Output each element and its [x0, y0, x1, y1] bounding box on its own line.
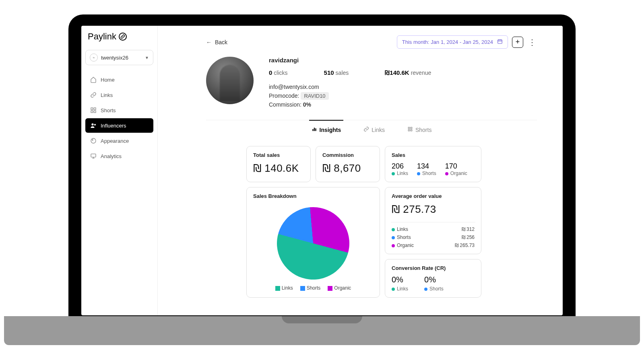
tab-label: Shorts — [415, 127, 431, 133]
brand-logo: Paylink — [85, 31, 153, 42]
dot-shorts-icon — [392, 236, 395, 239]
profile-stats: 0clicks 510sales ₪140.6Krevenue — [269, 69, 537, 76]
card-sales-split: Sales 206 Links 134 Shorts 170 Organic — [385, 146, 481, 182]
value: 206 — [392, 162, 408, 171]
square-shorts-icon — [300, 286, 305, 291]
aov-row-shorts: Shorts ₪ 256 — [392, 234, 475, 240]
legend-label: Shorts — [307, 285, 321, 291]
sales-label: sales — [336, 70, 349, 76]
laptop-notch — [282, 316, 362, 323]
chevron-down-icon: ▼ — [145, 56, 149, 60]
card-title: Sales Breakdown — [253, 193, 373, 199]
sidebar-item-links[interactable]: Links — [85, 88, 153, 102]
label: Organic — [450, 171, 467, 176]
label: Shorts — [429, 286, 444, 292]
legend-label: Organic — [334, 285, 351, 291]
value: ₪ 256 — [462, 234, 475, 240]
topbar-actions: This month: Jan 1, 2024 - Jan 25, 2024 +… — [397, 35, 537, 49]
sidebar-item-label: Analytics — [101, 153, 122, 159]
profile-info: ravidzangi 0clicks 510sales ₪140.6Kreven… — [269, 57, 537, 110]
value: ₪ 312 — [462, 226, 475, 232]
clicks-label: clicks — [274, 70, 287, 76]
sales-split: 206 Links 134 Shorts 170 Organic — [392, 162, 475, 176]
back-button[interactable]: ← Back — [206, 39, 227, 45]
svg-rect-2 — [91, 111, 93, 113]
sidebar-item-home[interactable]: Home — [85, 72, 153, 87]
stat-revenue: ₪140.6Krevenue — [385, 69, 431, 76]
label: Links — [397, 171, 408, 176]
value: 0% — [424, 275, 444, 284]
stat-sales: 510sales — [324, 69, 349, 76]
svg-rect-3 — [94, 111, 96, 113]
svg-rect-10 — [312, 129, 313, 131]
influencer-profile: ravidzangi 0clicks 510sales ₪140.6Kreven… — [206, 57, 537, 110]
svg-rect-15 — [408, 130, 410, 131]
svg-rect-14 — [411, 127, 412, 129]
profile-tabs: Insights Links Shorts — [206, 120, 537, 139]
sales-organic: 170 Organic — [445, 162, 467, 176]
card-value: ₪ 8,670 — [322, 162, 373, 175]
link-circle-icon — [119, 33, 127, 41]
sidebar-item-influencers[interactable]: Influencers — [85, 118, 153, 133]
dot-links-icon — [392, 228, 395, 231]
monitor-icon — [90, 153, 97, 159]
card-title: Average order value — [392, 193, 475, 199]
tab-insights[interactable]: Insights — [309, 120, 344, 139]
profile-commission-row: Commission: 0% — [269, 101, 537, 108]
card-conversion-rate: Conversion Rate (CR) 0% Links 0% Shorts — [385, 259, 481, 298]
home-icon — [90, 76, 97, 83]
profile-email: info@twentysix.com — [269, 84, 537, 90]
bars-icon — [312, 126, 317, 133]
dot-shorts-icon — [417, 172, 420, 175]
cr-split: 0% Links 0% Shorts — [392, 275, 475, 292]
legend-links: Links — [275, 285, 293, 291]
pie-chart — [274, 204, 352, 282]
pie-legend: Links Shorts Organic — [275, 285, 351, 291]
sidebar-nav: Home Links Shorts Influencers Appearance — [85, 72, 153, 163]
sales-links: 206 Links — [392, 162, 408, 176]
card-title: Total sales — [253, 152, 304, 158]
calendar-icon — [497, 39, 503, 45]
stat-clicks: 0clicks — [269, 69, 288, 76]
svg-point-7 — [92, 140, 93, 140]
card-total-sales: Total sales ₪ 140.6K — [246, 146, 311, 182]
more-menu[interactable]: ⋮ — [527, 37, 537, 47]
svg-point-4 — [91, 123, 93, 125]
square-links-icon — [275, 286, 280, 291]
sidebar: Paylink ts twentysix26 ▼ Home Links — [81, 26, 158, 315]
divider — [391, 222, 475, 222]
sidebar-item-analytics[interactable]: Analytics — [85, 149, 153, 163]
svg-point-6 — [91, 138, 96, 143]
svg-rect-12 — [315, 128, 316, 131]
dot-organic-icon — [445, 172, 448, 175]
legend-shorts: Shorts — [300, 285, 321, 291]
plus-icon: + — [516, 38, 520, 46]
label: Links — [397, 286, 408, 292]
add-button[interactable]: + — [512, 37, 523, 48]
sidebar-item-appearance[interactable]: Appearance — [85, 134, 153, 148]
label: Organic — [397, 243, 414, 248]
main-content: ← Back This month: Jan 1, 2024 - Jan 25,… — [158, 26, 563, 315]
svg-rect-1 — [94, 108, 96, 110]
tab-links[interactable]: Links — [361, 120, 387, 139]
svg-point-5 — [94, 124, 96, 125]
commission-value: 0% — [303, 101, 311, 108]
revenue-value: ₪140.6K — [385, 69, 409, 76]
cr-links: 0% Links — [392, 275, 408, 292]
username: ravidzangi — [269, 57, 537, 64]
svg-rect-8 — [91, 154, 96, 157]
brand-text: Paylink — [88, 31, 116, 42]
sidebar-item-label: Appearance — [101, 138, 129, 144]
date-range-picker[interactable]: This month: Jan 1, 2024 - Jan 25, 2024 — [397, 35, 508, 49]
card-sales-breakdown: Sales Breakdown Links Shorts Organic — [246, 187, 380, 298]
workspace-selector[interactable]: ts twentysix26 ▼ — [85, 50, 153, 65]
card-title: Commission — [322, 152, 373, 158]
label: Links — [397, 226, 408, 232]
tab-shorts[interactable]: Shorts — [405, 120, 434, 139]
workspace-avatar-icon: ts — [90, 53, 98, 62]
profile-promocode-row: Promocode: RAVID10 — [269, 93, 537, 99]
label: Shorts — [422, 171, 436, 176]
sidebar-item-shorts[interactable]: Shorts — [85, 103, 153, 117]
value: 0% — [392, 275, 408, 284]
dot-links-icon — [392, 288, 395, 291]
